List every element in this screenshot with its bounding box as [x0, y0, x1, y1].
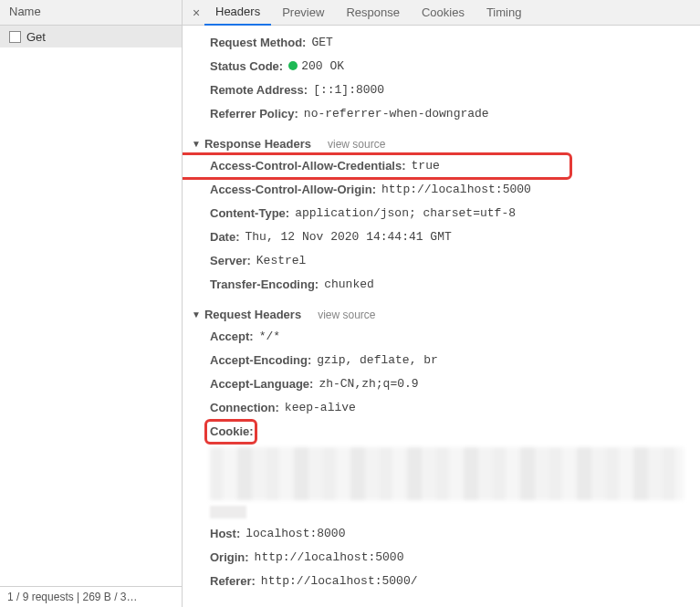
redacted-fragment	[210, 506, 246, 518]
resp-header-key: Server:	[210, 252, 251, 270]
resp-header-key: Transfer-Encoding:	[210, 276, 319, 294]
req-header-value: gzip, deflate, br	[317, 351, 438, 370]
resp-header-key: Access-Control-Allow-Origin:	[210, 181, 376, 199]
section-title: Request Headers	[204, 308, 301, 321]
request-row[interactable]: Get	[0, 26, 182, 47]
req-header-row: Host: localhost:8000	[183, 522, 700, 546]
cookie-header-key: Cookie:	[210, 423, 254, 441]
req-header-key: Accept:	[210, 328, 254, 346]
general-key: Remote Address:	[210, 81, 308, 99]
req-header-row: Accept-Encoding: gzip, deflate, br	[183, 349, 700, 372]
redacted-cookie-value	[210, 447, 684, 500]
request-list-footer: 1 / 9 requests | 269 B / 3…	[0, 586, 182, 607]
resp-header-value: Kestrel	[256, 252, 307, 270]
req-header-value: */*	[259, 328, 280, 346]
req-header-key: Origin:	[210, 549, 249, 567]
req-header-value: http://localhost:5000/	[261, 572, 418, 591]
general-row: Referrer Policy: no-referrer-when-downgr…	[183, 102, 700, 126]
req-header-row: Accept-Language: zh-CN,zh;q=0.9	[183, 372, 700, 396]
view-source-link[interactable]: view source	[318, 309, 375, 321]
req-header-value: keep-alive	[285, 399, 356, 417]
request-name: Get	[26, 30, 46, 44]
general-row: Remote Address: [::1]:8000	[183, 78, 700, 102]
req-header-value: localhost:8000	[246, 525, 345, 543]
req-header-key: Accept-Encoding:	[210, 351, 311, 370]
req-header-row: Accept: */*	[183, 325, 700, 349]
general-value: GET	[311, 34, 332, 52]
req-header-value: http://localhost:5000	[255, 549, 404, 567]
req-header-row: Origin: http://localhost:5000	[183, 546, 700, 570]
request-headers-section[interactable]: ▼ Request Headers view source	[183, 297, 700, 325]
general-value: [::1]:8000	[313, 81, 384, 99]
resp-header-row: Transfer-Encoding: chunked	[183, 273, 700, 297]
disclosure-triangle-icon: ▼	[192, 309, 201, 319]
request-list: Get	[0, 26, 182, 586]
req-header-value: zh-CN,zh;q=0.9	[319, 375, 418, 393]
resp-header-value: application/json; charset=utf-8	[295, 204, 516, 223]
tab-timing[interactable]: Timing	[475, 0, 533, 25]
resp-header-row: Access-Control-Allow-Credentials: true	[183, 154, 700, 178]
request-checkbox[interactable]	[9, 31, 21, 43]
close-icon[interactable]: ×	[188, 5, 204, 20]
status-dot-icon	[288, 61, 298, 70]
response-headers-section[interactable]: ▼ Response Headers view source	[183, 126, 700, 154]
resp-header-value: true	[412, 157, 440, 175]
resp-header-value: http://localhost:5000	[381, 181, 531, 199]
general-value: no-referrer-when-downgrade	[304, 105, 489, 123]
resp-header-key: Access-Control-Allow-Credentials:	[210, 157, 406, 175]
tab-bar: × Headers Preview Response Cookies Timin…	[183, 0, 700, 26]
req-header-key: Host:	[210, 525, 240, 543]
req-header-key: Referer:	[210, 572, 256, 591]
general-row: Status Code: 200 OK	[183, 55, 700, 78]
section-title: Response Headers	[204, 137, 311, 151]
req-header-row: Referer: http://localhost:5000/	[183, 570, 700, 593]
tab-preview[interactable]: Preview	[271, 0, 335, 25]
request-list-header: Name	[0, 0, 182, 26]
req-header-row: Connection: keep-alive	[183, 396, 700, 420]
resp-header-row: Access-Control-Allow-Origin: http://loca…	[183, 178, 700, 202]
view-source-link[interactable]: view source	[328, 138, 385, 151]
tab-cookies[interactable]: Cookies	[411, 0, 475, 25]
disclosure-triangle-icon: ▼	[192, 139, 201, 149]
request-list-pane: Name Get 1 / 9 requests | 269 B / 3…	[0, 0, 183, 607]
general-key: Status Code:	[210, 58, 283, 76]
resp-header-key: Date:	[210, 228, 240, 246]
general-row: Request Method: GET	[183, 31, 700, 55]
headers-content: Request Method: GET Status Code: 200 OK …	[183, 26, 700, 607]
req-header-key: Accept-Language:	[210, 375, 313, 393]
resp-header-key: Content-Type:	[210, 204, 289, 223]
resp-header-row: Content-Type: application/json; charset=…	[183, 202, 700, 225]
req-header-cookie-row: Cookie:	[183, 420, 700, 444]
general-value: 200 OK	[288, 58, 344, 76]
resp-header-value: Thu, 12 Nov 2020 14:44:41 GMT	[246, 228, 452, 246]
resp-header-row: Date: Thu, 12 Nov 2020 14:44:41 GMT	[183, 225, 700, 249]
general-key: Request Method:	[210, 34, 306, 52]
details-pane: × Headers Preview Response Cookies Timin…	[183, 0, 700, 607]
resp-header-value: chunked	[324, 276, 374, 294]
general-key: Referrer Policy:	[210, 105, 298, 123]
req-header-key: Connection:	[210, 399, 279, 417]
resp-header-row: Server: Kestrel	[183, 249, 700, 273]
tab-response[interactable]: Response	[335, 0, 411, 25]
tab-headers[interactable]: Headers	[204, 0, 271, 26]
